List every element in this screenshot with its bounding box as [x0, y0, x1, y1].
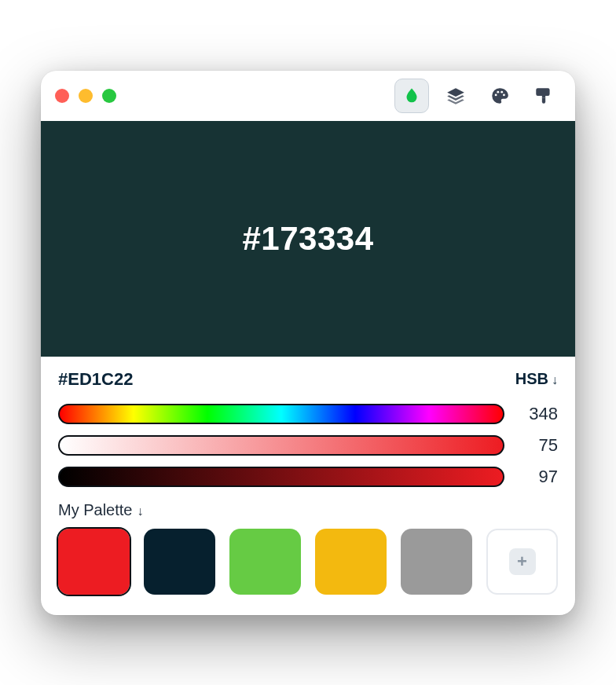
palette-swatch[interactable]	[401, 529, 472, 595]
add-swatch-button[interactable]: +	[486, 529, 558, 595]
palette-swatch[interactable]	[58, 529, 130, 595]
hue-slider[interactable]	[58, 404, 504, 424]
palette-title: My Palette	[58, 501, 132, 519]
svg-point-0	[495, 93, 497, 96]
chevron-down-icon: ↓	[137, 504, 143, 518]
preview-hex-label: #173334	[242, 220, 373, 258]
palette-row: +	[58, 529, 558, 595]
palette-swatch[interactable]	[144, 529, 215, 595]
brush-tab[interactable]	[526, 79, 561, 113]
brightness-value: 97	[520, 467, 558, 487]
palette-picker[interactable]: My Palette ↓	[58, 501, 143, 519]
toolbar	[394, 79, 561, 113]
palette-icon	[490, 86, 510, 106]
window-close[interactable]	[55, 89, 69, 103]
color-mode-label: HSB	[515, 370, 548, 388]
window-minimize[interactable]	[79, 89, 93, 103]
picker-tab[interactable]	[394, 79, 429, 113]
drop-icon	[402, 86, 421, 105]
hue-value: 348	[520, 404, 558, 424]
brush-icon	[534, 86, 554, 106]
editor-panel: #ED1C22 HSB ↓ 348 75 97	[41, 357, 575, 615]
hsb-sliders: 348 75 97	[58, 404, 558, 487]
app-window: #173334 #ED1C22 HSB ↓ 348 75	[41, 71, 575, 615]
layers-tab[interactable]	[438, 79, 473, 113]
window-zoom[interactable]	[102, 89, 116, 103]
plus-icon: +	[509, 548, 536, 575]
color-mode-picker[interactable]: HSB ↓	[515, 370, 558, 388]
titlebar	[41, 71, 575, 121]
layers-icon	[446, 86, 466, 106]
palette-swatch[interactable]	[229, 529, 301, 595]
color-preview: #173334	[41, 121, 575, 357]
window-controls	[55, 89, 116, 103]
saturation-slider[interactable]	[58, 435, 504, 456]
brightness-slider[interactable]	[58, 467, 504, 487]
svg-point-3	[503, 93, 505, 96]
svg-point-1	[497, 90, 499, 93]
palette-tab[interactable]	[482, 79, 517, 113]
palette-swatch[interactable]	[315, 529, 387, 595]
hex-input-label[interactable]: #ED1C22	[58, 369, 133, 390]
svg-point-2	[500, 90, 503, 93]
saturation-value: 75	[520, 435, 558, 456]
chevron-down-icon: ↓	[552, 373, 558, 387]
